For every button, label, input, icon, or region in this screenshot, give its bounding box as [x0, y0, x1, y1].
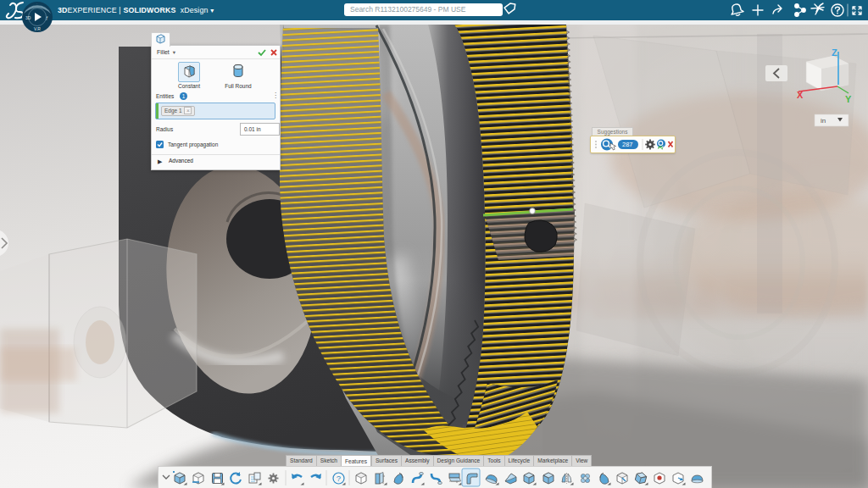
svg-text:X: X [797, 90, 804, 100]
svg-text:Z: Z [832, 47, 837, 58]
svg-text:in: in [821, 117, 826, 125]
svg-text:287: 287 [622, 141, 633, 148]
svg-text:Y: Y [845, 94, 852, 104]
svg-text:3D: 3D [25, 15, 31, 20]
svg-text:ƒ: ƒ [46, 15, 48, 20]
svg-text:⋮: ⋮ [35, 3, 39, 8]
svg-text:V.R: V.R [34, 26, 41, 31]
